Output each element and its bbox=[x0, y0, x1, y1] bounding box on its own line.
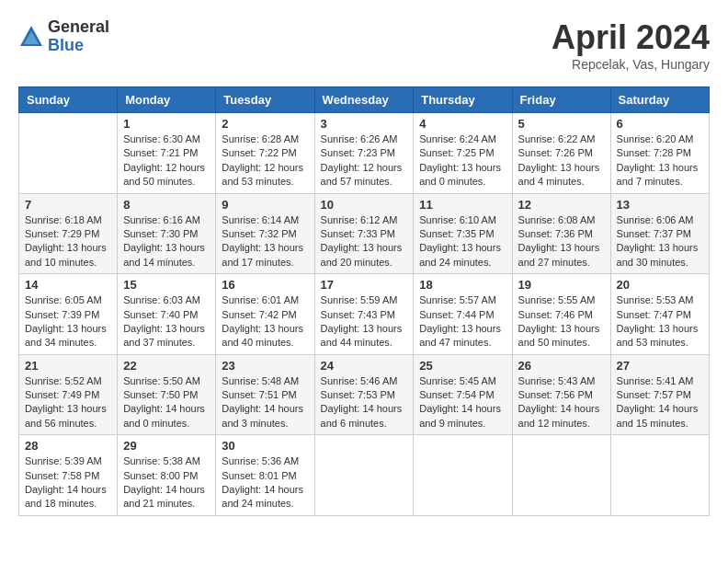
weekday-header-monday: Monday bbox=[118, 87, 216, 113]
calendar-cell: 16Sunrise: 6:01 AMSunset: 7:42 PMDayligh… bbox=[216, 274, 314, 355]
day-number: 18 bbox=[419, 278, 506, 292]
calendar-cell: 11Sunrise: 6:10 AMSunset: 7:35 PMDayligh… bbox=[414, 193, 512, 274]
calendar-cell: 18Sunrise: 5:57 AMSunset: 7:44 PMDayligh… bbox=[414, 274, 512, 355]
day-number: 25 bbox=[419, 359, 506, 373]
day-number: 16 bbox=[222, 278, 308, 292]
day-number: 30 bbox=[222, 439, 308, 453]
page-header: General Blue April 2024 Repcelak, Vas, H… bbox=[18, 18, 710, 72]
day-number: 21 bbox=[25, 359, 111, 373]
day-number: 23 bbox=[222, 359, 308, 373]
weekday-header-row: SundayMondayTuesdayWednesdayThursdayFrid… bbox=[19, 87, 710, 113]
day-info: Sunrise: 6:08 AMSunset: 7:36 PMDaylight:… bbox=[518, 213, 605, 270]
calendar-cell: 13Sunrise: 6:06 AMSunset: 7:37 PMDayligh… bbox=[610, 193, 709, 274]
day-number: 7 bbox=[25, 198, 111, 212]
day-number: 9 bbox=[222, 198, 308, 212]
day-number: 1 bbox=[123, 117, 210, 131]
day-number: 11 bbox=[419, 198, 506, 212]
day-info: Sunrise: 5:55 AMSunset: 7:46 PMDaylight:… bbox=[518, 293, 605, 350]
calendar-cell: 10Sunrise: 6:12 AMSunset: 7:33 PMDayligh… bbox=[314, 193, 414, 274]
day-number: 3 bbox=[321, 117, 408, 131]
day-info: Sunrise: 5:41 AMSunset: 7:57 PMDaylight:… bbox=[617, 374, 703, 431]
day-number: 29 bbox=[123, 439, 210, 453]
day-info: Sunrise: 5:46 AMSunset: 7:53 PMDaylight:… bbox=[321, 374, 408, 431]
logo-icon bbox=[18, 24, 44, 50]
calendar-cell: 19Sunrise: 5:55 AMSunset: 7:46 PMDayligh… bbox=[512, 274, 610, 355]
day-number: 19 bbox=[518, 278, 605, 292]
day-info: Sunrise: 6:05 AMSunset: 7:39 PMDaylight:… bbox=[25, 293, 111, 350]
week-row-1: 1Sunrise: 6:30 AMSunset: 7:21 PMDaylight… bbox=[19, 113, 710, 194]
calendar-cell: 6Sunrise: 6:20 AMSunset: 7:28 PMDaylight… bbox=[610, 113, 709, 194]
day-number: 15 bbox=[123, 278, 210, 292]
day-info: Sunrise: 6:06 AMSunset: 7:37 PMDaylight:… bbox=[617, 213, 703, 270]
day-info: Sunrise: 6:28 AMSunset: 7:22 PMDaylight:… bbox=[222, 132, 308, 190]
calendar-cell: 26Sunrise: 5:43 AMSunset: 7:56 PMDayligh… bbox=[512, 354, 610, 435]
day-info: Sunrise: 5:36 AMSunset: 8:01 PMDaylight:… bbox=[222, 454, 308, 511]
calendar-cell: 5Sunrise: 6:22 AMSunset: 7:26 PMDaylight… bbox=[512, 113, 610, 194]
weekday-header-thursday: Thursday bbox=[414, 87, 512, 113]
day-info: Sunrise: 6:16 AMSunset: 7:30 PMDaylight:… bbox=[123, 213, 210, 270]
day-info: Sunrise: 6:24 AMSunset: 7:25 PMDaylight:… bbox=[419, 132, 506, 190]
day-info: Sunrise: 5:43 AMSunset: 7:56 PMDaylight:… bbox=[518, 374, 605, 431]
day-info: Sunrise: 6:22 AMSunset: 7:26 PMDaylight:… bbox=[518, 132, 605, 190]
day-info: Sunrise: 5:50 AMSunset: 7:50 PMDaylight:… bbox=[123, 374, 210, 431]
day-number: 8 bbox=[123, 198, 210, 212]
day-number: 10 bbox=[321, 198, 408, 212]
calendar-cell: 7Sunrise: 6:18 AMSunset: 7:29 PMDaylight… bbox=[19, 193, 118, 274]
calendar-cell: 22Sunrise: 5:50 AMSunset: 7:50 PMDayligh… bbox=[118, 354, 216, 435]
calendar-cell bbox=[512, 435, 610, 516]
day-number: 12 bbox=[518, 198, 605, 212]
calendar-cell: 20Sunrise: 5:53 AMSunset: 7:47 PMDayligh… bbox=[610, 274, 709, 355]
calendar-table: SundayMondayTuesdayWednesdayThursdayFrid… bbox=[18, 86, 710, 516]
calendar-cell: 30Sunrise: 5:36 AMSunset: 8:01 PMDayligh… bbox=[216, 435, 314, 516]
calendar-cell bbox=[414, 435, 512, 516]
day-number: 2 bbox=[222, 117, 308, 131]
calendar-cell: 8Sunrise: 6:16 AMSunset: 7:30 PMDaylight… bbox=[118, 193, 216, 274]
day-number: 20 bbox=[617, 278, 703, 292]
day-number: 5 bbox=[518, 117, 605, 131]
calendar-cell: 4Sunrise: 6:24 AMSunset: 7:25 PMDaylight… bbox=[414, 113, 512, 194]
calendar-cell bbox=[314, 435, 414, 516]
week-row-5: 28Sunrise: 5:39 AMSunset: 7:58 PMDayligh… bbox=[19, 435, 710, 516]
week-row-2: 7Sunrise: 6:18 AMSunset: 7:29 PMDaylight… bbox=[19, 193, 710, 274]
day-info: Sunrise: 5:39 AMSunset: 7:58 PMDaylight:… bbox=[25, 454, 111, 511]
day-info: Sunrise: 5:48 AMSunset: 7:51 PMDaylight:… bbox=[222, 374, 308, 431]
title-block: April 2024 Repcelak, Vas, Hungary bbox=[552, 18, 710, 72]
day-info: Sunrise: 5:52 AMSunset: 7:49 PMDaylight:… bbox=[25, 374, 111, 431]
logo-blue-text: Blue bbox=[48, 37, 109, 55]
day-info: Sunrise: 5:57 AMSunset: 7:44 PMDaylight:… bbox=[419, 293, 506, 350]
calendar-cell: 2Sunrise: 6:28 AMSunset: 7:22 PMDaylight… bbox=[216, 113, 314, 194]
logo-text: General Blue bbox=[48, 18, 109, 55]
calendar-cell: 27Sunrise: 5:41 AMSunset: 7:57 PMDayligh… bbox=[610, 354, 709, 435]
calendar-cell: 25Sunrise: 5:45 AMSunset: 7:54 PMDayligh… bbox=[414, 354, 512, 435]
day-info: Sunrise: 6:18 AMSunset: 7:29 PMDaylight:… bbox=[25, 213, 111, 270]
day-info: Sunrise: 5:45 AMSunset: 7:54 PMDaylight:… bbox=[419, 374, 506, 431]
day-number: 6 bbox=[617, 117, 703, 131]
calendar-cell: 24Sunrise: 5:46 AMSunset: 7:53 PMDayligh… bbox=[314, 354, 414, 435]
day-number: 14 bbox=[25, 278, 111, 292]
weekday-header-wednesday: Wednesday bbox=[314, 87, 414, 113]
weekday-header-tuesday: Tuesday bbox=[216, 87, 314, 113]
weekday-header-saturday: Saturday bbox=[610, 87, 709, 113]
day-number: 28 bbox=[25, 439, 111, 453]
calendar-cell: 14Sunrise: 6:05 AMSunset: 7:39 PMDayligh… bbox=[19, 274, 118, 355]
day-number: 4 bbox=[419, 117, 506, 131]
day-info: Sunrise: 6:01 AMSunset: 7:42 PMDaylight:… bbox=[222, 293, 308, 350]
day-info: Sunrise: 6:10 AMSunset: 7:35 PMDaylight:… bbox=[419, 213, 506, 270]
calendar-cell: 15Sunrise: 6:03 AMSunset: 7:40 PMDayligh… bbox=[118, 274, 216, 355]
day-info: Sunrise: 5:59 AMSunset: 7:43 PMDaylight:… bbox=[321, 293, 408, 350]
day-number: 13 bbox=[617, 198, 703, 212]
day-info: Sunrise: 6:30 AMSunset: 7:21 PMDaylight:… bbox=[123, 132, 210, 190]
day-number: 24 bbox=[321, 359, 408, 373]
calendar-cell: 3Sunrise: 6:26 AMSunset: 7:23 PMDaylight… bbox=[314, 113, 414, 194]
day-number: 17 bbox=[321, 278, 408, 292]
day-number: 26 bbox=[518, 359, 605, 373]
day-info: Sunrise: 6:12 AMSunset: 7:33 PMDaylight:… bbox=[321, 213, 408, 270]
day-number: 27 bbox=[617, 359, 703, 373]
day-number: 22 bbox=[123, 359, 210, 373]
day-info: Sunrise: 5:53 AMSunset: 7:47 PMDaylight:… bbox=[617, 293, 703, 350]
month-title: April 2024 bbox=[552, 18, 710, 57]
calendar-cell: 1Sunrise: 6:30 AMSunset: 7:21 PMDaylight… bbox=[118, 113, 216, 194]
day-info: Sunrise: 6:03 AMSunset: 7:40 PMDaylight:… bbox=[123, 293, 210, 350]
calendar-cell: 21Sunrise: 5:52 AMSunset: 7:49 PMDayligh… bbox=[19, 354, 118, 435]
logo: General Blue bbox=[18, 18, 109, 55]
